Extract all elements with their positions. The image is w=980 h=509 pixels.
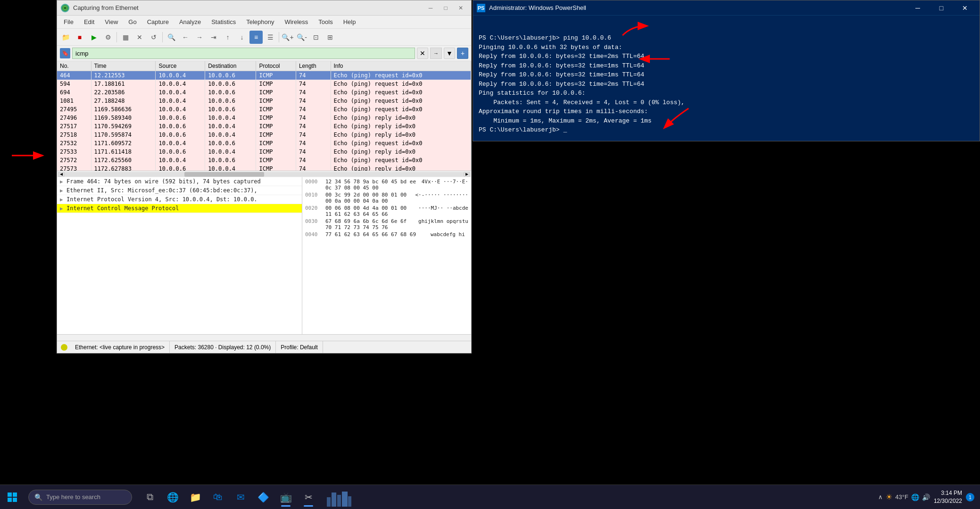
col-info[interactable]: Info	[331, 61, 471, 71]
col-proto[interactable]: Protocol	[256, 61, 296, 71]
start-button[interactable]	[0, 485, 25, 509]
ps-maximize-btn[interactable]: □	[930, 0, 952, 16]
toolbar-list-btn[interactable]: ☰	[264, 31, 277, 44]
toolbar-coloring-btn[interactable]: ≡	[249, 31, 263, 44]
taskview-btn[interactable]: ⧉	[140, 487, 160, 508]
col-dest[interactable]: Destination	[205, 61, 256, 71]
taskbar-search[interactable]: 🔍 Type here to search	[28, 490, 132, 505]
table-row[interactable]: 27496 1169.589340 10.0.0.6 10.0.0.4 ICMP…	[57, 114, 471, 122]
table-row[interactable]: 27533 1171.611418 10.0.0.6 10.0.0.4 ICMP…	[57, 148, 471, 156]
minimize-button[interactable]: ─	[424, 3, 437, 13]
cell-proto: ICMP	[256, 71, 296, 80]
toolbar-packets-btn[interactable]: ▦	[119, 31, 132, 44]
col-time[interactable]: Time	[91, 61, 156, 71]
hex-row: 0040 77 61 62 63 64 65 66 67 68 69 wabcd…	[305, 231, 468, 238]
toolbar-reload-btn[interactable]: ↺	[147, 31, 160, 44]
store-btn[interactable]: 🛍	[208, 487, 228, 508]
col-no[interactable]: No.	[57, 61, 91, 71]
toolbar-zoom-reset-btn[interactable]: ⊡	[309, 31, 323, 44]
toolbar-restart-btn[interactable]: ▶	[87, 31, 100, 44]
col-len[interactable]: Length	[296, 61, 331, 71]
menu-edit[interactable]: Edit	[79, 17, 99, 26]
menu-analyze[interactable]: Analyze	[174, 17, 206, 26]
cell-info: Echo (ping) request id=0x0	[331, 105, 471, 114]
table-row[interactable]: 694 22.203586 10.0.0.4 10.0.0.6 ICMP 74 …	[57, 88, 471, 97]
detail-row[interactable]: ▶ Ethernet II, Src: Microsof_ee:0c:37 (6…	[57, 186, 302, 195]
maximize-button[interactable]: □	[439, 3, 452, 13]
toolbar-forward-btn[interactable]: →	[193, 31, 206, 44]
toolbar-options-btn[interactable]: ⚙	[101, 31, 115, 44]
table-row[interactable]: 1081 27.188248 10.0.0.4 10.0.0.6 ICMP 74…	[57, 97, 471, 105]
wireshark-taskbar-btn[interactable]: ✂	[298, 487, 319, 508]
menu-file[interactable]: File	[59, 17, 78, 26]
powershell-taskbar-btn[interactable]: 📺	[275, 487, 296, 508]
chevron-up-icon[interactable]: ∧	[878, 493, 883, 501]
scroll-right-arrow[interactable]: ▶	[464, 172, 470, 177]
table-row[interactable]: 464 12.212553 10.0.0.4 10.0.0.6 ICMP 74 …	[57, 71, 471, 80]
cell-dst: 10.0.0.6	[205, 139, 256, 148]
hex-row: 0000 12 34 56 78 9a bc 60 45 bd ee 0c 37…	[305, 178, 468, 191]
toolbar-expand-btn[interactable]: ⊞	[324, 31, 337, 44]
filter-clear-btn[interactable]: ✕	[417, 48, 428, 59]
ps-line: Reply from 10.0.0.6: bytes=32 time=2ms T…	[479, 80, 974, 89]
ps-close-btn[interactable]: ✕	[954, 0, 976, 16]
filter-add-btn[interactable]: +	[457, 48, 468, 59]
detail-row[interactable]: ▶ Frame 464: 74 bytes on wire (592 bits)…	[57, 177, 302, 186]
close-button[interactable]: ✕	[454, 3, 467, 13]
toolbar-zoom-in-btn[interactable]: 🔍+	[281, 31, 294, 44]
filter-dropdown-btn[interactable]: ▼	[444, 48, 455, 59]
filter-bookmark-btn[interactable]: 🔖	[60, 48, 70, 58]
filter-input[interactable]	[72, 48, 415, 59]
taskbar: 🔍 Type here to search ⧉ 🌐 📁 🛍 ✉ 🔷 📺	[0, 484, 980, 509]
toolbar-first-btn[interactable]: ↑	[221, 31, 234, 44]
scroll-track[interactable]	[65, 172, 464, 177]
toolbar-find-btn[interactable]: 🔍	[165, 31, 178, 44]
col-source[interactable]: Source	[156, 61, 205, 71]
table-row[interactable]: 27573 1172.627883 10.0.0.6 10.0.0.4 ICMP…	[57, 164, 471, 171]
toolbar-clear-btn[interactable]: ✕	[133, 31, 146, 44]
speaker-icon[interactable]: 🔊	[922, 493, 930, 501]
table-row[interactable]: 27495 1169.586636 10.0.0.4 10.0.0.6 ICMP…	[57, 105, 471, 114]
menu-help[interactable]: Help	[339, 17, 361, 26]
taskbar-clock[interactable]: 3:14 PM 12/30/2022	[934, 489, 962, 505]
detail-row[interactable]: ▶ Internet Control Message Protocol	[57, 204, 302, 213]
hex-ascii: 4Vx··E ···7··E·	[422, 179, 468, 191]
toolbar-open-btn[interactable]: 📁	[59, 31, 72, 44]
notification-badge[interactable]: 1	[966, 493, 974, 501]
scroll-left-arrow[interactable]: ◀	[58, 172, 65, 177]
table-row[interactable]: 27532 1171.609572 10.0.0.4 10.0.0.6 ICMP…	[57, 139, 471, 148]
toolbar-sep2	[162, 32, 163, 42]
table-row[interactable]: 27572 1172.625560 10.0.0.4 10.0.0.6 ICMP…	[57, 156, 471, 164]
edge2-btn[interactable]: 🔷	[253, 487, 274, 508]
menu-telephony[interactable]: Telephony	[241, 17, 279, 26]
menu-tools[interactable]: Tools	[314, 17, 337, 26]
table-row[interactable]: 27518 1170.595874 10.0.0.6 10.0.0.4 ICMP…	[57, 131, 471, 139]
explorer-btn[interactable]: 📁	[185, 487, 206, 508]
packet-list-container[interactable]: No. Time Source Destination Protocol Len…	[57, 61, 471, 171]
table-row[interactable]: 27517 1170.594269 10.0.0.6 10.0.0.4 ICMP…	[57, 122, 471, 131]
mail-btn[interactable]: ✉	[230, 487, 251, 508]
table-row[interactable]: 594 17.188161 10.0.0.4 10.0.0.6 ICMP 74 …	[57, 80, 471, 88]
menu-view[interactable]: View	[100, 17, 123, 26]
cell-len: 74	[296, 88, 331, 97]
menu-capture[interactable]: Capture	[142, 17, 174, 26]
bottom-scrollbar[interactable]	[57, 334, 471, 341]
filter-arrow-btn[interactable]: →	[430, 48, 442, 59]
detail-scroll[interactable]: ▶ Frame 464: 74 bytes on wire (592 bits)…	[57, 177, 302, 334]
menu-wireless[interactable]: Wireless	[280, 17, 313, 26]
edge-btn[interactable]: 🌐	[162, 487, 183, 508]
detail-row[interactable]: ▶ Internet Protocol Version 4, Src: 10.0…	[57, 195, 302, 204]
toolbar-stop-btn[interactable]: ■	[73, 31, 86, 44]
toolbar-zoom-out-btn[interactable]: 🔍-	[295, 31, 308, 44]
toolbar-back-btn[interactable]: ←	[179, 31, 192, 44]
scroll-thumb[interactable]	[184, 172, 264, 177]
menu-go[interactable]: Go	[124, 17, 141, 26]
menu-statistics[interactable]: Statistics	[207, 17, 241, 26]
ps-minimize-btn[interactable]: ─	[907, 0, 929, 16]
cell-time: 1170.594269	[91, 122, 156, 131]
toolbar-download-btn[interactable]: ↓	[235, 31, 249, 44]
hex-offset: 0000	[305, 179, 322, 191]
packet-list-scrollbar[interactable]: ◀ ▶	[57, 171, 471, 177]
toolbar-scroll-end-btn[interactable]: ⇥	[207, 31, 220, 44]
ps-content[interactable]: PS C:\Users\labuserjb> ping 10.0.0.6Ping…	[473, 16, 980, 141]
